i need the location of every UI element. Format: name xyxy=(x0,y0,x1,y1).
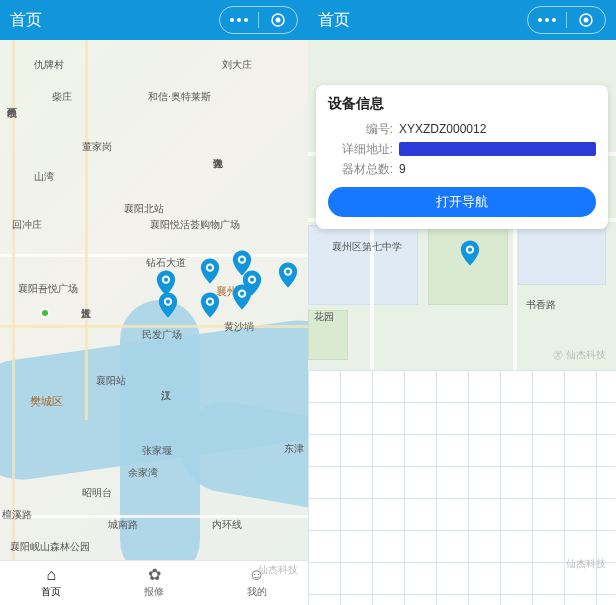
map-label: 民发广场 xyxy=(142,328,182,342)
nav-label: 首页 xyxy=(41,585,61,599)
map-pin-icon[interactable] xyxy=(200,292,220,318)
nav-item-报修[interactable]: ✿报修 xyxy=(103,561,206,605)
map-label: 刘大庄 xyxy=(222,58,252,72)
map-pin-icon[interactable] xyxy=(200,258,220,284)
map-label: 书香路 xyxy=(526,298,556,312)
capsule-menu-button[interactable] xyxy=(220,7,258,33)
map-label: 城南路 xyxy=(108,518,138,532)
info-value: 9 xyxy=(399,159,596,179)
svg-point-23 xyxy=(552,18,556,22)
svg-point-12 xyxy=(250,278,254,282)
map-label: 檀溪路 xyxy=(2,508,32,522)
map-label: 柴庄 xyxy=(52,90,72,104)
capsule-close-button[interactable] xyxy=(259,7,297,33)
map-label: 仇牌村 xyxy=(34,58,64,72)
map-label: 襄州区第七中学 xyxy=(332,240,402,254)
header: 首页 xyxy=(0,0,308,40)
svg-point-6 xyxy=(164,278,168,282)
info-row: 编号:XYXZDZ000012 xyxy=(328,119,596,139)
miniprogram-capsule xyxy=(219,6,298,34)
svg-point-10 xyxy=(240,258,244,262)
svg-point-25 xyxy=(584,18,589,23)
svg-point-8 xyxy=(208,266,212,270)
road xyxy=(85,40,88,420)
map-pin-icon[interactable] xyxy=(158,292,178,318)
repair-icon: ✿ xyxy=(148,567,161,583)
phone-left: 首页 仇牌村柴庄刘大庄和信·奥特莱斯董家岗山湾回冲庄襄阳北站襄阳悦活荟购物广场钻… xyxy=(0,0,308,605)
info-label: 器材总数: xyxy=(328,159,393,179)
home-icon: ⌂ xyxy=(47,567,57,583)
map-label: 内环线 xyxy=(212,518,242,532)
map-pin-icon[interactable] xyxy=(460,240,480,266)
map-view[interactable]: 设备信息 编号:XYXZDZ000012详细地址:器材总数:9 打开导航 民发世… xyxy=(308,40,616,370)
map-label: 襄阳岘山森林公园 xyxy=(10,540,90,554)
nav-item-首页[interactable]: ⌂首页 xyxy=(0,561,103,605)
map-pin-icon[interactable] xyxy=(232,284,252,310)
capsule-menu-button[interactable] xyxy=(528,7,566,33)
phone-right: 首页 设备信息 编号:XYXZDZ000012详细地址:器材总数:9 打开导航 … xyxy=(308,0,616,605)
map-label: 昭明台 xyxy=(82,486,112,500)
info-row: 器材总数:9 xyxy=(328,159,596,179)
map-view[interactable]: 仇牌村柴庄刘大庄和信·奥特莱斯董家岗山湾回冲庄襄阳北站襄阳悦活荟购物广场钻石大道… xyxy=(0,40,308,560)
svg-point-16 xyxy=(240,292,244,296)
svg-point-18 xyxy=(208,300,212,304)
map-block xyxy=(518,225,606,285)
watermark: 仙杰科技 xyxy=(566,557,606,571)
map-pin-icon[interactable] xyxy=(278,262,298,288)
road xyxy=(0,515,308,518)
map-label: 张家堰 xyxy=(142,444,172,458)
road xyxy=(12,40,15,560)
svg-point-0 xyxy=(230,18,234,22)
nav-label: 我的 xyxy=(247,585,267,599)
info-row: 详细地址: xyxy=(328,139,596,159)
map-label: 襄阳悦活荟购物广场 xyxy=(150,218,240,232)
page-title: 首页 xyxy=(318,10,350,31)
svg-point-21 xyxy=(538,18,542,22)
map-label: 山湾 xyxy=(34,170,54,184)
map-label: 东津 xyxy=(284,442,304,456)
info-title: 设备信息 xyxy=(328,95,596,113)
header: 首页 xyxy=(308,0,616,40)
miniprogram-capsule xyxy=(527,6,606,34)
svg-point-20 xyxy=(166,300,170,304)
map-label: 襄阳北站 xyxy=(124,202,164,216)
info-value: XYXZDZ000012 xyxy=(399,119,596,139)
capsule-close-button[interactable] xyxy=(567,7,605,33)
map-label: 襄阳吾悦广场 xyxy=(18,282,78,296)
info-label: 编号: xyxy=(328,119,393,139)
info-label: 详细地址: xyxy=(328,139,393,159)
map-label: 黄沙埫 xyxy=(224,320,254,334)
map-label: 董家岗 xyxy=(82,140,112,154)
watermark: ㉨ 仙杰科技 xyxy=(553,348,606,362)
svg-point-1 xyxy=(237,18,241,22)
watermark: 仙杰科技 xyxy=(258,563,298,577)
svg-point-2 xyxy=(244,18,248,22)
device-info-card: 设备信息 编号:XYXZDZ000012详细地址:器材总数:9 打开导航 xyxy=(316,85,608,229)
nav-label: 报修 xyxy=(144,585,164,599)
map-label: 和信·奥特莱斯 xyxy=(148,90,211,104)
map-label: 钻石大道 xyxy=(146,256,186,270)
map-label: 襄阳站 xyxy=(96,374,126,388)
map-block xyxy=(308,225,418,305)
map-label: 回冲庄 xyxy=(12,218,42,232)
svg-point-4 xyxy=(276,18,281,23)
svg-point-27 xyxy=(468,248,472,252)
current-location-dot xyxy=(40,308,50,318)
open-navigation-button[interactable]: 打开导航 xyxy=(328,187,596,217)
svg-point-14 xyxy=(286,270,290,274)
map-label: 花园 xyxy=(314,310,334,324)
map-label: 樊城区 xyxy=(30,394,63,409)
redacted-value xyxy=(399,142,596,156)
map-label: 余家湾 xyxy=(128,466,158,480)
page-title: 首页 xyxy=(10,10,42,31)
svg-point-22 xyxy=(545,18,549,22)
